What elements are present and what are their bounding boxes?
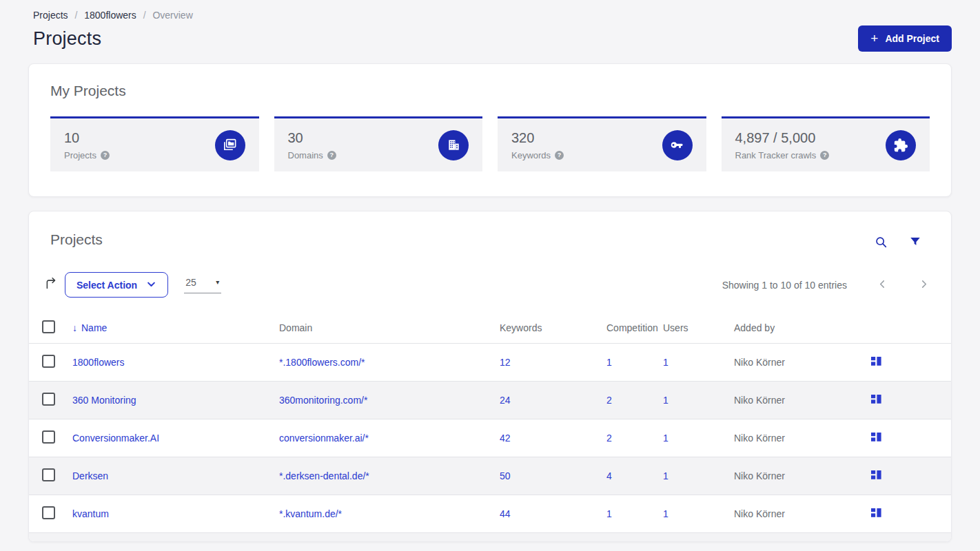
competition-count[interactable]: 1 xyxy=(606,357,612,368)
title-row: Projects + Add Project xyxy=(28,21,952,52)
breadcrumb-projects[interactable]: Projects xyxy=(33,10,68,21)
breadcrumb-separator: / xyxy=(74,10,77,21)
export-arrow-icon xyxy=(44,276,59,293)
project-dashboard-button[interactable] xyxy=(871,470,882,482)
partial-next-row xyxy=(29,533,951,541)
row-checkbox[interactable] xyxy=(42,393,55,406)
keywords-count[interactable]: 24 xyxy=(500,395,511,406)
project-dashboard-button[interactable] xyxy=(871,395,882,406)
column-header-added-by[interactable]: Added by xyxy=(734,322,871,333)
dashboard-icon xyxy=(871,470,882,482)
table-row: 1800flowers *.1800flowers.com/* 12 1 1 N… xyxy=(29,344,951,382)
chevron-right-icon xyxy=(918,278,930,292)
project-name-link[interactable]: kvantum xyxy=(72,508,109,519)
filter-icon xyxy=(909,236,921,251)
dashboard-icon xyxy=(871,508,882,520)
keywords-count[interactable]: 12 xyxy=(500,357,511,368)
users-count[interactable]: 1 xyxy=(663,395,668,406)
stat-keywords: 320 Keywords ? xyxy=(498,116,706,171)
keywords-count[interactable]: 42 xyxy=(500,433,511,444)
breadcrumb-1800flowers[interactable]: 1800flowers xyxy=(84,10,136,21)
projects-table: ↓ Name Domain Keywords Competition Users… xyxy=(29,312,951,541)
breadcrumb-overview: Overview xyxy=(152,10,192,21)
stat-domains-value: 30 xyxy=(288,130,336,146)
keywords-count[interactable]: 44 xyxy=(500,508,511,519)
page: Projects / 1800flowers / Overview Projec… xyxy=(0,0,980,551)
users-count[interactable]: 1 xyxy=(663,470,668,481)
added-by-name: Niko Körner xyxy=(734,508,785,519)
project-domain-link[interactable]: *.kvantum.de/* xyxy=(279,508,342,519)
key-icon xyxy=(662,130,693,160)
stat-projects: 10 Projects ? xyxy=(50,116,259,171)
users-count[interactable]: 1 xyxy=(663,433,668,444)
breadcrumb: Projects / 1800flowers / Overview xyxy=(28,0,952,21)
stat-keywords-label: Keywords xyxy=(511,150,551,160)
select-all-checkbox[interactable] xyxy=(42,320,55,333)
project-dashboard-button[interactable] xyxy=(871,357,882,368)
row-checkbox[interactable] xyxy=(42,506,55,519)
next-page-button[interactable] xyxy=(918,278,930,292)
project-dashboard-button[interactable] xyxy=(871,508,882,520)
dashboard-icon xyxy=(871,395,882,406)
table-row: 360 Monitoring 360monitoring.com/* 24 2 … xyxy=(29,382,951,419)
stat-projects-value: 10 xyxy=(64,130,110,146)
project-domain-link[interactable]: 360monitoring.com/* xyxy=(279,395,367,406)
column-header-keywords[interactable]: Keywords xyxy=(500,322,606,333)
dashboard-icon xyxy=(871,433,882,444)
stat-domains-label: Domains xyxy=(288,150,323,160)
competition-count[interactable]: 1 xyxy=(606,508,612,519)
project-name-link[interactable]: 360 Monitoring xyxy=(72,395,136,406)
column-header-name[interactable]: ↓ Name xyxy=(72,322,279,333)
my-projects-card: My Projects 10 Projects ? xyxy=(28,63,952,197)
previous-page-button[interactable] xyxy=(877,278,888,292)
plus-icon: + xyxy=(870,32,878,45)
breadcrumb-separator: / xyxy=(143,10,146,21)
table-row: kvantum *.kvantum.de/* 44 1 1 Niko Körne… xyxy=(29,495,951,533)
page-size-select[interactable]: 25 ▾ xyxy=(184,277,221,293)
help-icon[interactable]: ? xyxy=(555,151,564,160)
column-header-domain[interactable]: Domain xyxy=(279,322,500,333)
table-row: Conversionmaker.AI conversionmaker.ai/* … xyxy=(29,419,951,457)
search-icon xyxy=(875,236,888,251)
dashboard-icon xyxy=(871,357,882,368)
stat-rank-tracker-crawls: 4,897 / 5,000 Rank Tracker crawls ? xyxy=(722,116,930,171)
stat-crawls-label: Rank Tracker crawls xyxy=(735,150,817,160)
help-icon[interactable]: ? xyxy=(101,151,110,160)
column-header-users[interactable]: Users xyxy=(663,322,734,333)
stat-projects-label: Projects xyxy=(64,150,96,160)
stacked-folders-icon xyxy=(215,130,245,160)
added-by-name: Niko Körner xyxy=(734,470,785,481)
table-header-row: ↓ Name Domain Keywords Competition Users… xyxy=(29,312,951,344)
stat-crawls-value: 4,897 / 5,000 xyxy=(735,130,830,146)
users-count[interactable]: 1 xyxy=(663,508,668,519)
row-checkbox[interactable] xyxy=(42,468,55,481)
projects-table-card: Projects xyxy=(28,211,952,542)
project-name-link[interactable]: Derksen xyxy=(72,470,108,481)
filter-button[interactable] xyxy=(909,236,921,251)
keywords-count[interactable]: 50 xyxy=(500,470,511,481)
competition-count[interactable]: 4 xyxy=(606,470,612,481)
competition-count[interactable]: 2 xyxy=(606,395,612,406)
project-dashboard-button[interactable] xyxy=(871,433,882,444)
sort-descending-icon: ↓ xyxy=(72,322,77,333)
row-checkbox[interactable] xyxy=(42,430,55,444)
users-count[interactable]: 1 xyxy=(663,357,668,368)
help-icon[interactable]: ? xyxy=(327,151,336,160)
table-body: 1800flowers *.1800flowers.com/* 12 1 1 N… xyxy=(29,344,951,533)
add-project-button[interactable]: + Add Project xyxy=(858,25,952,52)
stats-row: 10 Projects ? 30 xyxy=(50,116,930,171)
caret-down-icon: ▾ xyxy=(216,278,219,286)
row-checkbox[interactable] xyxy=(42,355,55,368)
export-button[interactable] xyxy=(44,276,59,294)
search-button[interactable] xyxy=(875,236,888,251)
project-name-link[interactable]: Conversionmaker.AI xyxy=(72,433,159,444)
column-header-competition[interactable]: Competition xyxy=(606,322,663,333)
help-icon[interactable]: ? xyxy=(820,151,829,160)
project-domain-link[interactable]: *.derksen-dental.de/* xyxy=(279,470,369,481)
project-domain-link[interactable]: *.1800flowers.com/* xyxy=(279,357,365,368)
competition-count[interactable]: 2 xyxy=(606,433,612,444)
project-name-link[interactable]: 1800flowers xyxy=(72,357,125,368)
select-action-dropdown[interactable]: Select Action xyxy=(65,272,168,298)
project-domain-link[interactable]: conversionmaker.ai/* xyxy=(279,433,369,444)
puzzle-icon xyxy=(886,130,916,160)
